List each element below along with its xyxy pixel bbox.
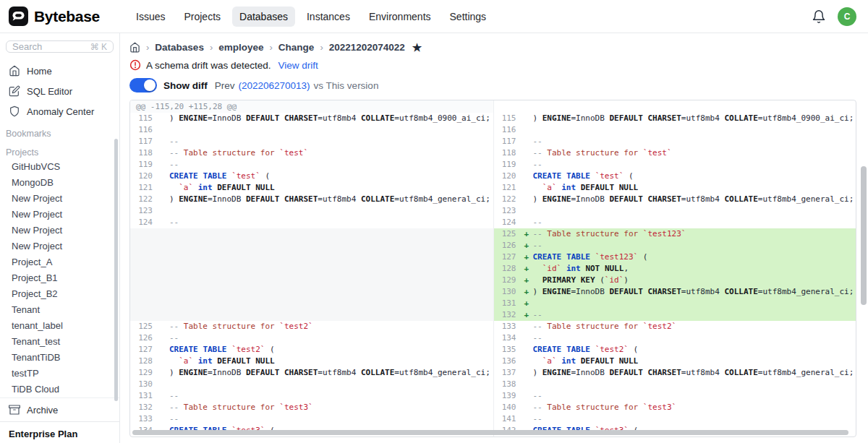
topnav-item-settings[interactable]: Settings [443, 7, 494, 27]
topnav-item-instances[interactable]: Instances [299, 7, 357, 27]
diff-cell-right: 134-- [493, 332, 856, 344]
diff-sign [158, 275, 169, 286]
code-line: `a` int DEFAULT NULL [533, 182, 856, 194]
diff-sign [522, 413, 533, 425]
diff-sign [158, 309, 169, 321]
project-item[interactable]: Project_B1 [0, 270, 119, 286]
sidebar-item-archive[interactable]: Archive [0, 397, 119, 421]
project-item[interactable]: New Project [0, 223, 119, 238]
topnav-item-databases[interactable]: Databases [232, 7, 295, 27]
diff-sign: + [522, 298, 533, 309]
line-number: 121 [494, 182, 522, 194]
code-line: CREATE TABLE `test` ( [533, 171, 856, 182]
project-item[interactable]: GitHubVCS [0, 159, 119, 175]
bookmark-star-icon[interactable]: ★ [412, 42, 422, 53]
user-avatar[interactable]: C [838, 7, 856, 26]
diff-sign [522, 159, 533, 171]
code-line: -- [533, 240, 856, 251]
topnav-item-environments[interactable]: Environments [362, 7, 438, 27]
line-number: 116 [130, 124, 158, 136]
search-box[interactable]: ⌘ K [6, 40, 114, 53]
bytebase-logo-icon [9, 7, 28, 26]
home-icon [9, 65, 20, 77]
page-scrollbar[interactable] [861, 166, 867, 305]
line-number: 127 [130, 344, 158, 356]
project-item[interactable]: tenant_label [0, 318, 119, 334]
project-item[interactable]: Tenant [0, 302, 119, 318]
diff-sign [158, 413, 169, 425]
sidebar-item-sql-editor[interactable]: SQL Editor [0, 81, 119, 101]
search-input[interactable] [12, 41, 77, 52]
code-line: -- [169, 217, 493, 228]
diff-row: 132+-- [130, 309, 856, 321]
project-item[interactable]: New Project [0, 207, 119, 223]
code-line: `id` int NOT NULL, [533, 263, 856, 275]
code-line [169, 240, 493, 251]
diff-sign [158, 217, 169, 228]
diff-cell-right: 132+-- [493, 309, 856, 321]
diff-sign [522, 182, 533, 194]
diff-cell-left: 115) ENGINE=InnoDB DEFAULT CHARSET=utf8m… [130, 113, 493, 124]
diff-cell-left: 117-- [130, 136, 493, 147]
diff-sign [522, 379, 533, 390]
code-line: -- [169, 390, 493, 402]
search-shortcut: ⌘ K [90, 42, 107, 52]
sidebar-item-anomaly-center[interactable]: Anomaly Center [0, 101, 119, 121]
breadcrumb: ›Databases›employee›Change›2022120207402… [129, 42, 856, 53]
notification-bell-icon[interactable] [812, 9, 826, 24]
code-line: `a` int DEFAULT NULL [169, 182, 493, 194]
diff-cell-right: 125+-- Table structure for `test123` [493, 228, 856, 240]
code-line: -- Table structure for `test2` [533, 321, 856, 332]
project-item[interactable]: TiDB Cloud [0, 382, 119, 397]
topnav-item-issues[interactable]: Issues [129, 7, 172, 27]
code-line: CREATE TABLE `test123` ( [533, 251, 856, 263]
code-line: -- Table structure for `test2` [169, 321, 493, 332]
hunk-header-right [493, 100, 856, 113]
code-line [533, 124, 856, 136]
diff-sign [158, 402, 169, 413]
code-line: ) ENGINE=InnoDB DEFAULT CHARSET=utf8mb4 … [533, 367, 856, 379]
diff-cell-right: 120CREATE TABLE `test` ( [493, 171, 856, 182]
breadcrumb-item[interactable]: Databases [155, 42, 204, 53]
project-item[interactable]: testTP [0, 366, 119, 382]
breadcrumb-item[interactable]: Change [278, 42, 315, 53]
diff-row: 128 `a` int DEFAULT NULL136 `a` int DEFA… [130, 356, 856, 367]
vs-label: vs This version [314, 80, 379, 91]
code-line: -- Table structure for `test123` [533, 228, 856, 240]
diff-horizontal-scrollbar[interactable] [132, 430, 848, 435]
brand[interactable]: Bytebase [9, 7, 119, 26]
topnav-item-projects[interactable]: Projects [176, 7, 228, 27]
prev-version-link[interactable]: (202206270013) [239, 80, 310, 91]
projects-section-label: Projects [0, 140, 119, 159]
sidebar-scrollbar[interactable] [114, 139, 118, 401]
project-item[interactable]: MongoDB [0, 175, 119, 191]
diff-cell-right: 140-- Table structure for `test3` [493, 402, 856, 413]
project-item[interactable]: New Project [0, 191, 119, 207]
line-number: 128 [494, 263, 522, 275]
diff-sign [158, 286, 169, 298]
diff-cell-left: 116 [130, 124, 493, 136]
diff-cell-right: 126+-- [493, 240, 856, 251]
project-item[interactable]: Tenant_test [0, 334, 119, 350]
code-line: -- Table structure for `test` [169, 147, 493, 159]
diff-cell-right: 141-- [493, 413, 856, 425]
diff-row: 120CREATE TABLE `test` (120CREATE TABLE … [130, 171, 856, 182]
code-line [169, 379, 493, 390]
sidebar-item-home[interactable]: Home [0, 61, 119, 81]
line-number: 138 [494, 379, 522, 390]
project-item[interactable]: New Project [0, 238, 119, 254]
project-item[interactable]: Project_A [0, 254, 119, 270]
diff-cell-left: 128 `a` int DEFAULT NULL [130, 356, 493, 367]
diff-cell-left: 129) ENGINE=InnoDB DEFAULT CHARSET=utf8m… [130, 367, 493, 379]
code-line [169, 309, 493, 321]
diff-cell-left: 123 [130, 205, 493, 217]
show-diff-toggle[interactable] [129, 78, 157, 93]
project-item[interactable]: TenantTiDB [0, 350, 119, 366]
view-drift-link[interactable]: View drift [278, 60, 318, 71]
diff-sign [158, 205, 169, 217]
breadcrumb-item[interactable]: employee [218, 42, 263, 53]
project-item[interactable]: Project_B2 [0, 286, 119, 302]
diff-cell-left [130, 251, 493, 263]
breadcrumb-home-icon[interactable] [129, 42, 140, 53]
line-number: 125 [130, 321, 158, 332]
